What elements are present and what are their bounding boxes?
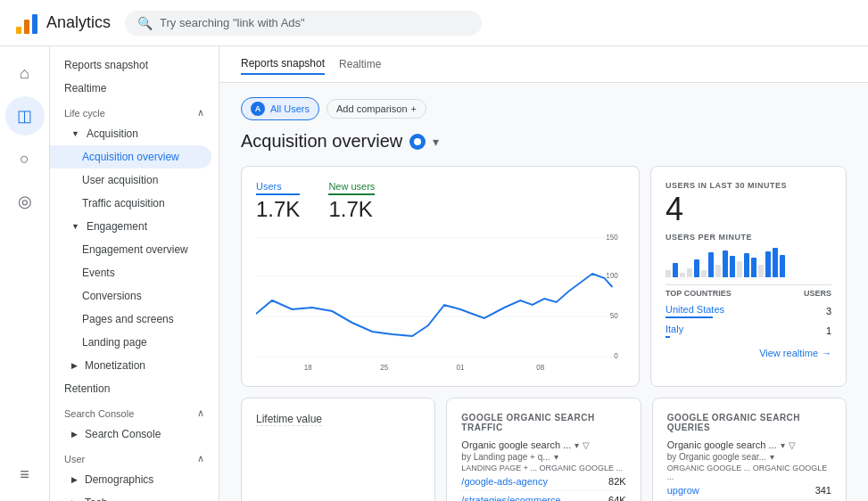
country-name-us[interactable]: United States bbox=[665, 304, 724, 315]
view-realtime-arrow: → bbox=[822, 348, 831, 358]
tab-reports-snapshot[interactable]: Reports snapshot bbox=[241, 53, 325, 75]
sidebar-item-acquisition-overview[interactable]: Acquisition overview bbox=[50, 145, 211, 168]
tab-realtime[interactable]: Realtime bbox=[339, 54, 381, 74]
bar-7 bbox=[708, 252, 714, 277]
metric-new-users-value: 1.7K bbox=[328, 197, 375, 222]
sidebar-section-user: User ∧ bbox=[50, 446, 219, 468]
bar-3 bbox=[680, 273, 685, 277]
bar-14 bbox=[758, 265, 764, 277]
realtime-card: USERS IN LAST 30 MINUTES 4 USERS PER MIN… bbox=[650, 166, 847, 387]
organic-queries-subtitle-text: Organic google search ... bbox=[667, 439, 777, 450]
bar-4 bbox=[687, 268, 692, 277]
organic-traffic-sub2: by Landing page + q... ▾ bbox=[461, 452, 625, 462]
sidebar-label: Retention bbox=[64, 382, 110, 395]
sidebar-label: Demographics bbox=[85, 473, 153, 486]
view-realtime-anchor[interactable]: View realtime → bbox=[665, 348, 831, 358]
sidebar-item-landing-page[interactable]: Landing page bbox=[50, 331, 219, 354]
svg-text:Jan: Jan bbox=[454, 371, 466, 372]
dashboard-grid: Users 1.7K New users 1.7K 150 100 bbox=[241, 166, 847, 387]
sidebar-item-retention[interactable]: Retention bbox=[50, 377, 219, 400]
sidebar-item-traffic-acquisition[interactable]: Traffic acquisition bbox=[50, 192, 219, 215]
bar-8 bbox=[715, 265, 721, 277]
title-dropdown-icon[interactable]: ▾ bbox=[433, 135, 439, 149]
traffic-row-1: /google-ads-agency 82K bbox=[461, 472, 625, 491]
countries-header: TOP COUNTRIES USERS bbox=[665, 289, 831, 298]
sidebar-item-search-console[interactable]: ▶ Search Console bbox=[50, 423, 219, 446]
svg-rect-2 bbox=[32, 14, 37, 34]
nav-home[interactable]: ⌂ bbox=[5, 53, 45, 93]
all-users-badge[interactable]: A All Users bbox=[241, 97, 319, 120]
sidebar-item-demographics[interactable]: ▶ Demographics bbox=[50, 468, 219, 491]
svg-rect-0 bbox=[16, 27, 21, 34]
svg-text:0: 0 bbox=[614, 351, 618, 361]
main-layout: ⌂ ◫ ○ ◎ ≡ Reports snapshot Realtime Life… bbox=[0, 46, 868, 501]
sidebar-item-conversions[interactable]: Conversions bbox=[50, 284, 219, 308]
view-realtime-label: View realtime bbox=[759, 348, 818, 358]
bar-9 bbox=[723, 250, 728, 277]
svg-text:Dec: Dec bbox=[302, 371, 315, 372]
sidebar-item-engagement[interactable]: ▼ Engagement bbox=[50, 215, 219, 238]
traffic-link-1[interactable]: /google-ads-agency bbox=[461, 476, 548, 487]
bar-10 bbox=[730, 256, 735, 277]
metric-new-users-label: New users bbox=[328, 181, 375, 195]
sidebar: Reports snapshot Realtime Life cycle ∧ ▼… bbox=[50, 46, 219, 501]
bar-1 bbox=[665, 270, 671, 277]
organic-queries-card: GOOGLE ORGANIC SEARCH QUERIES Organic go… bbox=[652, 398, 847, 501]
search-bar[interactable]: 🔍 Try searching "link with Ads" bbox=[125, 11, 482, 36]
sidebar-item-reports-snapshot[interactable]: Reports snapshot bbox=[50, 53, 219, 77]
add-comparison-button[interactable]: Add comparison + bbox=[327, 99, 426, 119]
line-chart: 150 100 50 0 18 bbox=[256, 229, 624, 372]
country-bar-it bbox=[665, 336, 670, 338]
chart-metrics: Users 1.7K New users 1.7K bbox=[256, 181, 624, 222]
nav-reports[interactable]: ◫ bbox=[5, 96, 45, 136]
metric-new-users: New users 1.7K bbox=[328, 181, 375, 222]
chevron-icon-2[interactable]: ▾ bbox=[554, 452, 558, 462]
sidebar-label: Landing page bbox=[82, 336, 147, 349]
metric-users-label: Users bbox=[256, 181, 300, 195]
queries-link-1[interactable]: upgrow bbox=[667, 485, 699, 496]
nav-explore[interactable]: ○ bbox=[5, 139, 45, 178]
analytics-logo-icon bbox=[14, 11, 39, 36]
bar-2 bbox=[673, 263, 678, 277]
chevron-icon-4[interactable]: ▾ bbox=[770, 452, 774, 462]
sidebar-item-user-acquisition[interactable]: User acquisition bbox=[50, 168, 219, 192]
organic-traffic-sub2-text: by Landing page + q... bbox=[461, 452, 550, 462]
nav-advertising[interactable]: ◎ bbox=[5, 182, 45, 221]
organic-traffic-card: GOOGLE ORGANIC SEARCH TRAFFIC Organic go… bbox=[446, 398, 641, 501]
country-name-it[interactable]: Italy bbox=[665, 324, 683, 334]
country-row-us: United States 3 bbox=[665, 301, 831, 321]
sidebar-item-pages-screens[interactable]: Pages and screens bbox=[50, 308, 219, 331]
sidebar-label: Reports snapshot bbox=[64, 59, 148, 71]
chevron-icon-3[interactable]: ▾ bbox=[781, 440, 785, 450]
sidebar-label: Acquisition bbox=[87, 127, 138, 140]
filter-icon-2[interactable]: ▽ bbox=[789, 440, 796, 450]
svg-text:150: 150 bbox=[606, 233, 618, 242]
sidebar-label: Pages and screens bbox=[82, 313, 174, 325]
filter-icon[interactable]: ▽ bbox=[583, 440, 590, 450]
organic-queries-sub2: by Organic google sear... ▾ bbox=[667, 452, 831, 462]
sidebar-item-tech[interactable]: ▶ Tech bbox=[50, 491, 219, 501]
sidebar-item-events[interactable]: Events bbox=[50, 261, 219, 284]
sidebar-item-acquisition[interactable]: ▼ Acquisition bbox=[50, 122, 219, 145]
acquisition-arrow: ▼ bbox=[71, 129, 79, 138]
traffic-link-2[interactable]: /strategies/ecommerce bbox=[461, 495, 560, 501]
lifetime-value-card: Lifetime value bbox=[241, 398, 435, 501]
organic-queries-sub3: ORGANIC GOOGLE ... ORGANIC GOOGLE ... bbox=[667, 464, 831, 481]
sidebar-item-engagement-overview[interactable]: Engagement overview bbox=[50, 238, 219, 261]
chevron-icon[interactable]: ▾ bbox=[575, 440, 579, 450]
bar-16 bbox=[773, 248, 778, 277]
traffic-value-2: 64K bbox=[608, 495, 626, 501]
queries-row-1: upgrow 341 bbox=[667, 481, 831, 500]
reports-header: Reports snapshot Realtime bbox=[219, 46, 868, 83]
sidebar-item-monetization[interactable]: ▶ Monetization bbox=[50, 354, 219, 377]
queries-value-1: 341 bbox=[815, 485, 831, 496]
sidebar-label: User acquisition bbox=[82, 174, 158, 186]
users-col-header: USERS bbox=[804, 289, 831, 298]
main-content: A All Users Add comparison + Acquisition… bbox=[219, 83, 868, 501]
metric-users: Users 1.7K bbox=[256, 181, 300, 222]
countries-table: TOP COUNTRIES USERS United States 3 bbox=[665, 289, 831, 341]
engagement-arrow: ▼ bbox=[71, 222, 79, 231]
view-realtime-link[interactable]: View realtime → bbox=[665, 348, 831, 358]
nav-more[interactable]: ≡ bbox=[5, 455, 45, 494]
sidebar-item-realtime[interactable]: Realtime bbox=[50, 77, 219, 100]
